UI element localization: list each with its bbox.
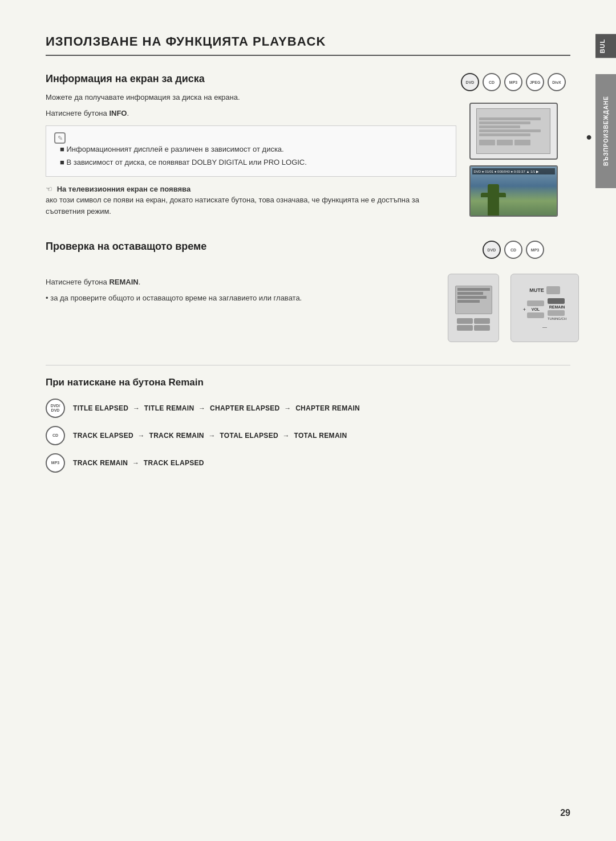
minus-label: — — [542, 324, 547, 330]
arrow7: → — [132, 459, 139, 467]
vol-up — [527, 300, 544, 306]
screen-btn-1 — [479, 140, 495, 145]
sky-gradient — [471, 187, 557, 216]
section1-content: Информация на екран за диска Можете да п… — [46, 73, 456, 224]
section2-title: Проверка на оставащото време — [46, 241, 456, 253]
remain-disc-dvd: DVD — [483, 241, 501, 259]
note-bullet-2: ■ В зависимост от диска, се появяват DOL… — [60, 157, 448, 168]
section2-text1-prefix: Натиснете бутона — [46, 278, 109, 286]
screen2-text: DVD ● 01/01 ● 000/040 ● 0:03:37 ▲ 1/1 ▶ — [474, 169, 540, 173]
press-row-cd: CD TRACK ELAPSED → TRACK REMAIN → TOTAL … — [46, 426, 570, 445]
disc-icon-divx: DivX — [548, 73, 566, 91]
section1-images: DVD CD MP3 JPEG DivX — [456, 73, 570, 224]
remain-btn — [548, 298, 565, 304]
rb4 — [474, 325, 490, 331]
disc-icon-jpeg: JPEG — [526, 73, 544, 91]
note-box: ✎ ■ Информационният дисплей е различен в… — [46, 125, 456, 177]
screen-inner-1 — [476, 108, 550, 154]
sidebar-bul-tab: BUL — [595, 34, 616, 58]
section-remain: Проверка на оставащото време Натиснете б… — [46, 241, 570, 348]
section-disk-info: Информация на екран за диска Можете да п… — [46, 73, 570, 224]
press-disc-dvd: DVD/DVD — [46, 399, 65, 418]
tuning-btn — [548, 310, 565, 316]
disc-icons-row: DVD CD MP3 JPEG DivX — [461, 73, 566, 91]
arrow5: → — [208, 432, 215, 440]
screen-line-4 — [479, 129, 541, 132]
remain-disc-cd: CD — [504, 241, 522, 259]
hand-icon: ☜ — [46, 185, 52, 193]
section2-spacer — [46, 259, 456, 277]
cactus-arm-left — [481, 193, 490, 197]
dot-bullet: ● — [586, 131, 592, 143]
screen-btn-2 — [497, 140, 513, 145]
sidebar-playback-label: ВЪЗПРОИЗВЕЖДАНЕ — [603, 96, 609, 166]
section2-bullet: • за да проверите общото и оставащото вр… — [46, 292, 456, 304]
disc-icon-dvd: DVD — [461, 73, 479, 91]
arrow1: → — [133, 404, 140, 412]
screen-btn-3 — [514, 140, 530, 145]
section-press: При натискане на бутона Remain DVD/DVD T… — [46, 365, 570, 473]
arrow6: → — [283, 432, 290, 440]
sidebar-playback-tab: ВЪЗПРОИЗВЕЖДАНЕ — [595, 74, 616, 188]
disc-icon-cd: CD — [483, 73, 501, 91]
section2-text1-end: . — [139, 278, 141, 286]
section1-text2-end: . — [127, 109, 129, 117]
cactus-body — [488, 184, 499, 216]
rb1 — [457, 318, 473, 324]
vol-down — [527, 312, 544, 318]
section1-text2-bold: INFO — [109, 109, 127, 117]
tv-note: ☜ На телевизионния екран се появява ако … — [46, 184, 456, 217]
page-number: 29 — [560, 808, 570, 818]
tv-note-text: ако този символ се появи на екран, докат… — [46, 196, 419, 216]
mute-btn — [546, 286, 560, 294]
rb3 — [457, 325, 473, 331]
sidebar-bul-label: BUL — [599, 39, 606, 54]
tuning-label: TUNING/CH — [548, 317, 566, 320]
arrow2: → — [198, 404, 205, 412]
arrow4: → — [138, 432, 145, 440]
section1-text2-prefix: Натиснете бутона — [46, 109, 109, 117]
section2-text1: Натиснете бутона REMAIN. — [46, 277, 456, 288]
remote-right: MUTE + VOL REMAIN — [510, 274, 579, 342]
press-flow-dvd: TITLE ELAPSED → TITLE REMAIN → CHAPTER E… — [73, 404, 360, 412]
press-disc-cd: CD — [46, 426, 65, 445]
remote-top-row: MUTE — [529, 286, 560, 294]
rb2 — [474, 318, 490, 324]
note-bullet-1: ■ Информационният дисплей е различен в з… — [60, 144, 448, 155]
section2-images: DVD CD MP3 — [456, 241, 570, 348]
screen-line-5 — [479, 133, 530, 136]
vol-row: + VOL REMAIN TUNING/CH — [523, 298, 567, 320]
remote-screen — [455, 286, 492, 314]
remote-buttons — [457, 318, 490, 331]
vol-label: VOL — [527, 307, 544, 311]
remain-disc-mp3: MP3 — [526, 241, 544, 259]
mute-label: MUTE — [529, 287, 544, 293]
r-line2 — [457, 292, 484, 295]
section1-title: Информация на екран за диска — [46, 73, 456, 85]
screen-line-3 — [479, 125, 520, 128]
r-line1 — [457, 288, 490, 291]
cactus-arm-right — [497, 193, 506, 197]
vol-buttons: VOL — [527, 300, 544, 318]
section2-inner: Проверка на оставащото време Натиснете б… — [46, 241, 570, 348]
remain-col: REMAIN TUNING/CH — [548, 298, 566, 320]
note-icon: ✎ — [54, 132, 66, 144]
section2-content: Проверка на оставащото време Натиснете б… — [46, 241, 456, 348]
section2-text1-bold: REMAIN — [109, 278, 138, 286]
plus-label: + — [523, 307, 526, 312]
screen-mockup-1 — [469, 103, 558, 160]
screen-mockup-2: DVD ● 01/01 ● 000/040 ● 0:03:37 ▲ 1/1 ▶ — [469, 165, 558, 217]
page-container: BUL ВЪЗПРОИЗВЕЖДАНЕ ● ИЗПОЛЗВАНЕ НА ФУНК… — [0, 0, 616, 841]
r-line4 — [457, 300, 480, 303]
r-line3 — [457, 296, 487, 299]
remote-left — [448, 274, 499, 342]
press-disc-mp3: MP3 — [46, 453, 65, 473]
screen-line-1 — [479, 117, 541, 120]
press-flow-mp3: TRACK REMAIN → TRACK ELAPSED — [73, 459, 204, 467]
remain-disc-icons: DVD CD MP3 — [483, 241, 544, 259]
tv-note-title: На телевизионния екран се появява — [57, 185, 191, 193]
section1-text1: Можете да получавате информация за диска… — [46, 92, 456, 103]
screen2-overlay: DVD ● 01/01 ● 000/040 ● 0:03:37 ▲ 1/1 ▶ — [472, 168, 555, 174]
remain-label: REMAIN — [548, 305, 566, 309]
page-title: ИЗПОЛЗВАНЕ НА ФУНКЦИЯТА PLAYBACK — [46, 34, 570, 56]
